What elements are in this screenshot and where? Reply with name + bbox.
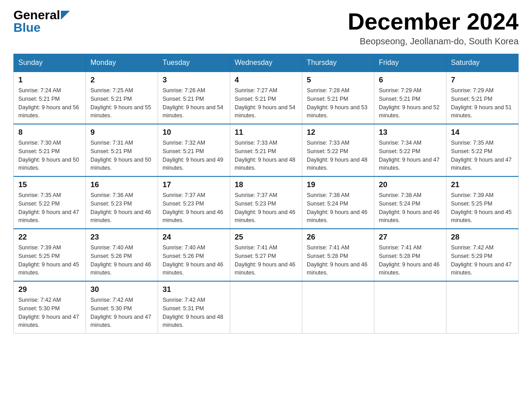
week-row-5: 29Sunrise: 7:42 AMSunset: 5:30 PMDayligh… [14, 281, 519, 334]
day-info: Sunrise: 7:29 AMSunset: 5:21 PMDaylight:… [451, 86, 514, 120]
calendar-cell: 30Sunrise: 7:42 AMSunset: 5:30 PMDayligh… [86, 281, 158, 334]
calendar-cell: 5Sunrise: 7:28 AMSunset: 5:21 PMDaylight… [302, 72, 374, 124]
weekday-header-saturday: Saturday [446, 54, 519, 72]
day-info: Sunrise: 7:30 AMSunset: 5:21 PMDaylight:… [18, 139, 81, 172]
weekday-header-thursday: Thursday [302, 54, 374, 72]
calendar-cell: 19Sunrise: 7:38 AMSunset: 5:24 PMDayligh… [302, 176, 374, 229]
calendar-cell: 22Sunrise: 7:39 AMSunset: 5:25 PMDayligh… [14, 229, 86, 281]
day-number: 4 [235, 76, 297, 85]
week-row-3: 15Sunrise: 7:35 AMSunset: 5:22 PMDayligh… [14, 176, 519, 229]
calendar-cell: 10Sunrise: 7:32 AMSunset: 5:21 PMDayligh… [158, 124, 230, 176]
day-number: 2 [90, 76, 153, 85]
calendar-cell: 7Sunrise: 7:29 AMSunset: 5:21 PMDaylight… [446, 72, 519, 124]
day-info: Sunrise: 7:40 AMSunset: 5:26 PMDaylight:… [163, 244, 225, 277]
day-number: 22 [18, 233, 81, 242]
calendar-cell: 26Sunrise: 7:41 AMSunset: 5:28 PMDayligh… [302, 229, 374, 281]
day-info: Sunrise: 7:40 AMSunset: 5:26 PMDaylight:… [90, 244, 153, 277]
calendar-cell: 3Sunrise: 7:26 AMSunset: 5:21 PMDaylight… [158, 72, 230, 124]
calendar-cell: 15Sunrise: 7:35 AMSunset: 5:22 PMDayligh… [14, 176, 86, 229]
calendar-cell [302, 281, 374, 334]
day-info: Sunrise: 7:33 AMSunset: 5:21 PMDaylight:… [235, 139, 297, 172]
calendar-cell: 17Sunrise: 7:37 AMSunset: 5:23 PMDayligh… [158, 176, 230, 229]
day-number: 27 [379, 233, 442, 242]
day-info: Sunrise: 7:26 AMSunset: 5:21 PMDaylight:… [163, 86, 225, 120]
day-info: Sunrise: 7:27 AMSunset: 5:21 PMDaylight:… [235, 86, 297, 120]
day-number: 26 [307, 233, 369, 242]
weekday-header-monday: Monday [86, 54, 158, 72]
calendar-cell: 12Sunrise: 7:33 AMSunset: 5:22 PMDayligh… [302, 124, 374, 176]
day-info: Sunrise: 7:38 AMSunset: 5:24 PMDaylight:… [379, 191, 442, 225]
day-info: Sunrise: 7:33 AMSunset: 5:22 PMDaylight:… [307, 139, 369, 172]
day-info: Sunrise: 7:37 AMSunset: 5:23 PMDaylight:… [163, 191, 225, 225]
day-number: 1 [18, 76, 81, 85]
day-number: 9 [90, 128, 153, 137]
day-number: 20 [379, 180, 442, 189]
logo-general-text: General [13, 9, 60, 21]
calendar-cell: 27Sunrise: 7:41 AMSunset: 5:28 PMDayligh… [374, 229, 446, 281]
day-info: Sunrise: 7:24 AMSunset: 5:21 PMDaylight:… [18, 86, 81, 120]
calendar-cell: 24Sunrise: 7:40 AMSunset: 5:26 PMDayligh… [158, 229, 230, 281]
day-info: Sunrise: 7:35 AMSunset: 5:22 PMDaylight:… [451, 139, 514, 172]
day-info: Sunrise: 7:31 AMSunset: 5:21 PMDaylight:… [90, 139, 153, 172]
day-info: Sunrise: 7:41 AMSunset: 5:28 PMDaylight:… [307, 244, 369, 277]
day-number: 21 [451, 180, 514, 189]
day-number: 12 [307, 128, 369, 137]
calendar-cell: 8Sunrise: 7:30 AMSunset: 5:21 PMDaylight… [14, 124, 86, 176]
day-number: 11 [235, 128, 297, 137]
calendar-table: SundayMondayTuesdayWednesdayThursdayFrid… [13, 54, 519, 334]
logo-blue-text: Blue [13, 21, 41, 34]
day-number: 25 [235, 233, 297, 242]
calendar-cell: 16Sunrise: 7:36 AMSunset: 5:23 PMDayligh… [86, 176, 158, 229]
week-row-2: 8Sunrise: 7:30 AMSunset: 5:21 PMDaylight… [14, 124, 519, 176]
calendar-cell: 21Sunrise: 7:39 AMSunset: 5:25 PMDayligh… [446, 176, 519, 229]
day-info: Sunrise: 7:35 AMSunset: 5:22 PMDaylight:… [18, 191, 81, 225]
week-row-1: 1Sunrise: 7:24 AMSunset: 5:21 PMDaylight… [14, 72, 519, 124]
calendar-cell: 4Sunrise: 7:27 AMSunset: 5:21 PMDaylight… [230, 72, 302, 124]
day-info: Sunrise: 7:38 AMSunset: 5:24 PMDaylight:… [307, 191, 369, 225]
day-number: 8 [18, 128, 81, 137]
day-info: Sunrise: 7:39 AMSunset: 5:25 PMDaylight:… [451, 191, 514, 225]
day-info: Sunrise: 7:36 AMSunset: 5:23 PMDaylight:… [90, 191, 153, 225]
calendar-cell: 13Sunrise: 7:34 AMSunset: 5:22 PMDayligh… [374, 124, 446, 176]
day-number: 16 [90, 180, 153, 189]
calendar-cell: 20Sunrise: 7:38 AMSunset: 5:24 PMDayligh… [374, 176, 446, 229]
day-info: Sunrise: 7:28 AMSunset: 5:21 PMDaylight:… [307, 86, 369, 120]
day-number: 23 [90, 233, 153, 242]
calendar-cell: 2Sunrise: 7:25 AMSunset: 5:21 PMDaylight… [86, 72, 158, 124]
calendar-cell: 28Sunrise: 7:42 AMSunset: 5:29 PMDayligh… [446, 229, 519, 281]
day-info: Sunrise: 7:42 AMSunset: 5:30 PMDaylight:… [18, 296, 81, 330]
day-info: Sunrise: 7:41 AMSunset: 5:27 PMDaylight:… [235, 244, 297, 277]
day-number: 28 [451, 233, 514, 242]
day-info: Sunrise: 7:42 AMSunset: 5:31 PMDaylight:… [163, 296, 225, 330]
day-number: 29 [18, 285, 81, 294]
calendar-cell: 25Sunrise: 7:41 AMSunset: 5:27 PMDayligh… [230, 229, 302, 281]
day-number: 15 [18, 180, 81, 189]
day-number: 5 [307, 76, 369, 85]
day-number: 10 [163, 128, 225, 137]
day-number: 18 [235, 180, 297, 189]
weekday-header-friday: Friday [374, 54, 446, 72]
calendar-cell: 1Sunrise: 7:24 AMSunset: 5:21 PMDaylight… [14, 72, 86, 124]
weekday-header-wednesday: Wednesday [230, 54, 302, 72]
title-area: December 2024 Beopseong, Jeollanam-do, S… [348, 9, 519, 47]
day-number: 14 [451, 128, 514, 137]
calendar-cell: 23Sunrise: 7:40 AMSunset: 5:26 PMDayligh… [86, 229, 158, 281]
day-info: Sunrise: 7:41 AMSunset: 5:28 PMDaylight:… [379, 244, 442, 277]
calendar-cell: 29Sunrise: 7:42 AMSunset: 5:30 PMDayligh… [14, 281, 86, 334]
day-number: 31 [163, 285, 225, 294]
calendar-cell: 9Sunrise: 7:31 AMSunset: 5:21 PMDaylight… [86, 124, 158, 176]
calendar-cell: 14Sunrise: 7:35 AMSunset: 5:22 PMDayligh… [446, 124, 519, 176]
day-number: 24 [163, 233, 225, 242]
day-info: Sunrise: 7:37 AMSunset: 5:23 PMDaylight:… [235, 191, 297, 225]
day-number: 13 [379, 128, 442, 137]
weekday-header-sunday: Sunday [14, 54, 86, 72]
day-info: Sunrise: 7:25 AMSunset: 5:21 PMDaylight:… [90, 86, 153, 120]
day-number: 19 [307, 180, 369, 189]
week-row-4: 22Sunrise: 7:39 AMSunset: 5:25 PMDayligh… [14, 229, 519, 281]
day-number: 7 [451, 76, 514, 85]
month-title: December 2024 [348, 9, 519, 34]
header: General Blue December 2024 Beopseong, Je… [13, 9, 519, 47]
calendar-cell [446, 281, 519, 334]
day-info: Sunrise: 7:34 AMSunset: 5:22 PMDaylight:… [379, 139, 442, 172]
day-info: Sunrise: 7:42 AMSunset: 5:30 PMDaylight:… [90, 296, 153, 330]
